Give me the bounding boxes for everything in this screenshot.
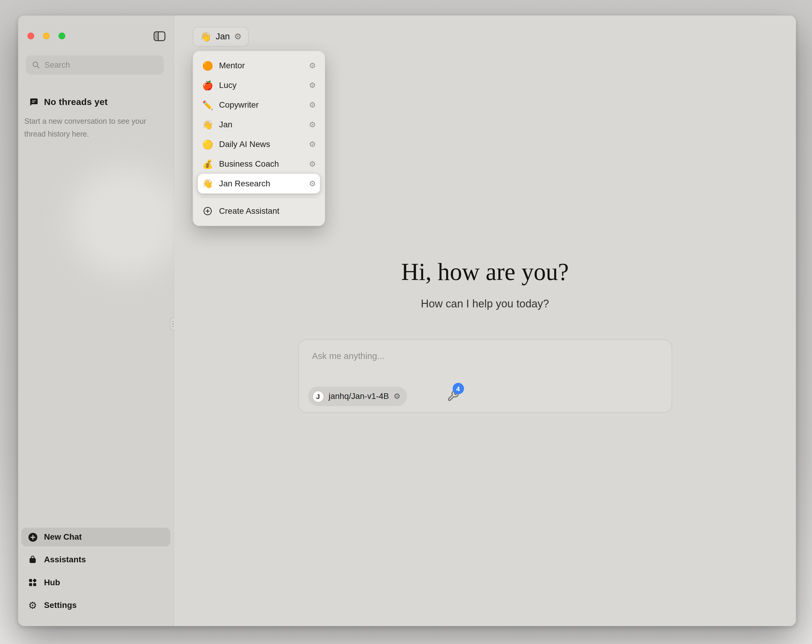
- menu-item-label: Copywriter: [219, 100, 303, 110]
- minimize-button[interactable]: [43, 32, 50, 40]
- menu-item-label: Business Coach: [219, 159, 303, 169]
- search-field: [26, 55, 164, 75]
- message-input[interactable]: [312, 351, 658, 374]
- gear-icon[interactable]: ⚙: [309, 101, 316, 109]
- assistant-emoji: 👋: [200, 31, 212, 42]
- nav-label: Assistants: [44, 555, 86, 565]
- empty-state-subtitle: Start a new conversation to see your thr…: [24, 115, 156, 141]
- chat-composer: J janhq/Jan-v1-4B ⚙ 4: [298, 339, 672, 413]
- menu-item-label: Mentor: [219, 61, 303, 70]
- assistant-emoji: 👋: [202, 119, 214, 130]
- app-window: No threads yet Start a new conversation …: [18, 15, 796, 626]
- create-assistant-label: Create Assistant: [219, 206, 279, 216]
- gear-icon[interactable]: ⚙: [309, 81, 316, 89]
- menu-item-label: Jan Research: [219, 179, 303, 188]
- gear-icon[interactable]: ⚙: [394, 392, 400, 400]
- new-chat-button[interactable]: New Chat: [21, 528, 170, 546]
- zoom-button[interactable]: [58, 32, 66, 40]
- gear-icon[interactable]: ⚙: [234, 32, 241, 41]
- window-controls: [27, 32, 66, 40]
- decorative-blob: [70, 166, 181, 277]
- sidebar: No threads yet Start a new conversation …: [18, 15, 174, 626]
- tools-count-badge: 4: [452, 383, 464, 394]
- assistants-icon: [27, 554, 38, 565]
- tools-button[interactable]: 4: [447, 390, 460, 403]
- sidebar-item-assistants[interactable]: Assistants: [21, 550, 170, 569]
- assistant-dropdown-menu: 🟠 Mentor ⚙ 🍎 Lucy ⚙ ✏️ Copywriter ⚙ 👋 Ja…: [193, 51, 325, 226]
- menu-item-jan-research[interactable]: 👋 Jan Research ⚙: [198, 174, 320, 193]
- menu-item-mentor[interactable]: 🟠 Mentor ⚙: [198, 56, 320, 75]
- empty-title-text: No threads yet: [44, 97, 108, 108]
- menu-divider: [200, 197, 318, 198]
- menu-item-label: Daily AI News: [219, 140, 303, 149]
- greeting-subtitle: How can I help you today?: [174, 298, 796, 310]
- settings-gear-icon: ⚙: [27, 600, 38, 611]
- assistant-emoji: 🟠: [202, 60, 214, 71]
- gear-icon[interactable]: ⚙: [309, 160, 316, 168]
- menu-item-lucy[interactable]: 🍎 Lucy ⚙: [198, 75, 320, 95]
- sidebar-item-hub[interactable]: Hub: [21, 573, 170, 592]
- search-input[interactable]: [26, 55, 164, 75]
- desktop: No threads yet Start a new conversation …: [0, 0, 812, 644]
- gear-icon[interactable]: ⚙: [309, 180, 316, 187]
- search-icon: [32, 61, 41, 70]
- model-selector[interactable]: J janhq/Jan-v1-4B ⚙: [308, 387, 408, 406]
- gear-icon[interactable]: ⚙: [309, 121, 316, 128]
- hub-icon: [27, 577, 38, 588]
- sidebar-nav: New Chat Assistants: [21, 528, 170, 619]
- assistant-emoji: ✏️: [202, 100, 214, 110]
- assistant-emoji: 🍎: [202, 80, 214, 91]
- assistant-emoji: 🟡: [202, 139, 214, 150]
- main-area: 👋 Jan ⚙ 🟠 Mentor ⚙ 🍎 Lucy ⚙ ✏️ Copywrite…: [174, 15, 796, 626]
- close-button[interactable]: [27, 32, 34, 40]
- menu-item-business-coach[interactable]: 💰 Business Coach ⚙: [198, 154, 320, 174]
- nav-label: Hub: [44, 578, 60, 587]
- nav-label: Settings: [44, 601, 77, 610]
- greeting-title: Hi, how are you?: [174, 257, 796, 286]
- gear-icon[interactable]: ⚙: [309, 140, 316, 148]
- gear-icon[interactable]: ⚙: [309, 62, 316, 70]
- plus-circle-icon: [27, 532, 38, 542]
- assistant-emoji: 💰: [202, 158, 214, 169]
- assistant-name: Jan: [216, 32, 230, 42]
- assistant-emoji: 👋: [202, 178, 214, 189]
- assistant-selector-button[interactable]: 👋 Jan ⚙: [193, 27, 249, 47]
- menu-item-copywriter[interactable]: ✏️ Copywriter ⚙: [198, 95, 320, 115]
- empty-state-title: No threads yet: [29, 97, 108, 108]
- model-avatar: J: [312, 390, 324, 402]
- sidebar-toggle-icon[interactable]: [153, 31, 166, 42]
- menu-item-label: Jan: [219, 120, 303, 129]
- sidebar-item-settings[interactable]: ⚙ Settings: [21, 596, 170, 615]
- nav-label: New Chat: [44, 533, 82, 542]
- model-name: janhq/Jan-v1-4B: [328, 392, 389, 401]
- plus-circle-outline-icon: [202, 206, 214, 216]
- menu-item-daily-ai-news[interactable]: 🟡 Daily AI News ⚙: [198, 134, 320, 154]
- chat-bubble-icon: [29, 97, 39, 107]
- menu-item-label: Lucy: [219, 81, 303, 90]
- menu-item-jan[interactable]: 👋 Jan ⚙: [198, 115, 320, 134]
- create-assistant-button[interactable]: Create Assistant: [198, 201, 320, 221]
